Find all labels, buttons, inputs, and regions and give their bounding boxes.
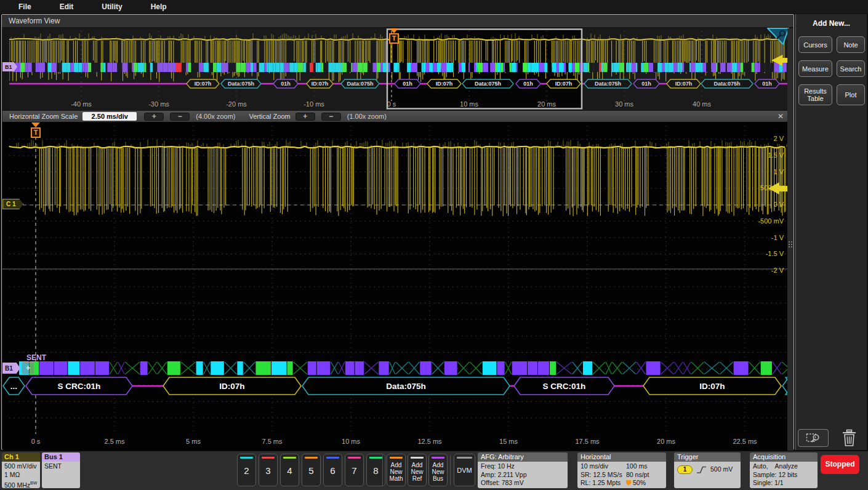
record-length: RL: 1.25 Mpts [581,479,626,488]
horizontal-scale: 10 ms/div [581,462,626,471]
ch1-bandwidth: 500 MHzBW [4,479,40,488]
trigger-badge[interactable]: Trigger 1 500 mV [674,452,741,488]
afg-freq: Freq: 10 Hz [481,462,568,471]
horizontal-badge[interactable]: Horizontal 10 ms/div 100 ms SR: 12.5 MS/… [577,452,666,488]
results-table-button[interactable]: Results Table [798,84,832,105]
bus-1-badge[interactable]: Bus 1 SENT [42,452,80,488]
acquisition-mode: Auto, Analyze [753,462,818,471]
svg-text:2.5 ms: 2.5 ms [104,438,125,445]
ch1-scale: 500 mV/div [4,462,40,471]
channel-color-stripe [348,457,361,459]
channel-color-stripe [326,457,339,459]
svg-text:...: ... [10,382,17,391]
svg-text:ID:07h: ID:07h [555,81,573,87]
menu-file[interactable]: File [18,2,31,11]
channel-6-button[interactable]: 6 [323,454,342,486]
panel-divider-strip [787,28,794,451]
bus-expand-button[interactable]: + [22,362,34,374]
add-new-bus-button[interactable]: Add New Bus [428,454,448,486]
svg-text:12.5 ms: 12.5 ms [417,438,442,445]
acquisition-count: Single: 1/1 [753,479,818,488]
horizontal-window: 100 ms [626,462,666,471]
vertical-zoom-minus-button[interactable]: − [321,113,341,121]
ch1-impedance: 1 MΩ [4,471,40,480]
dvm-stripe [457,457,472,459]
acquisition-badge[interactable]: Acquisition Auto, Analyze Sample: 12 bit… [750,452,818,488]
stripe [411,457,424,459]
channel-1-waveform-badge[interactable]: C 1 [2,199,23,209]
acquisition-sample: Sample: 12 bits [753,471,818,480]
horizontal-zoom-plus-button[interactable]: + [144,113,164,121]
horizontal-zoom-scale-input[interactable]: 2.50 ms/div [82,112,137,121]
zoom-close-icon[interactable]: ✕ [778,112,784,121]
right-panel-footer [798,429,867,447]
channel-color-stripe [262,457,275,459]
bus-decode-segment: S CRC:01h [514,377,614,395]
svg-text:15 ms: 15 ms [499,438,518,445]
cursors-button[interactable]: Cursors [798,36,832,53]
add-new-title: Add New... [796,19,867,28]
stripe [390,457,403,459]
bus-decode-segment: ID:07h [163,377,301,395]
add-new-ref-button[interactable]: Add New Ref [408,454,427,486]
svg-text:01h: 01h [403,81,412,87]
separator [382,455,383,486]
menu-help[interactable]: Help [151,2,167,11]
afg-badge[interactable]: AFG: Arbitrary Freq: 10 Hz Amp: 2.211 Vp… [478,452,568,488]
channel-2-button[interactable]: 2 [237,454,256,486]
channel-color-stripe [283,457,296,459]
trigger-level: 500 mV [710,465,733,474]
svg-text:1 V: 1 V [773,168,784,175]
svg-text:2 V: 2 V [773,135,784,142]
trigger-t-icon: T [31,127,41,138]
svg-text:ID:07h: ID:07h [699,382,725,391]
menu-utility[interactable]: Utility [102,2,122,11]
svg-text:ID:07h: ID:07h [436,81,453,87]
zoom-region-button[interactable] [798,429,829,447]
measure-button[interactable]: Measure [798,60,832,77]
plot-button[interactable]: Plot [837,84,865,105]
trash-icon[interactable] [841,429,858,447]
svg-text:7.5 ms: 7.5 ms [262,438,283,445]
trigger-position: 50% [626,479,666,488]
svg-text:0 s: 0 s [31,438,41,445]
svg-text:22.5 ms: 22.5 ms [733,438,757,445]
bus-sent-label: SENT [26,353,46,362]
svg-text:-500 mV: -500 mV [758,217,784,225]
svg-text:20 ms: 20 ms [537,100,556,108]
afg-amp: Amp: 2.211 Vpp [481,471,568,480]
menu-bar: FileEditUtilityHelp [0,0,868,14]
add-new-math-button[interactable]: Add New Math [387,454,406,486]
horizontal-zoom-minus-button[interactable]: − [170,113,190,121]
svg-text:10 ms: 10 ms [460,100,478,108]
channel-color-stripe [305,457,318,459]
panel-resize-handle[interactable] [789,241,793,254]
channel-5-button[interactable]: 5 [302,454,321,486]
sample-interval: 80 ns/pt [626,471,666,480]
sample-rate: SR: 12.5 MS/s [581,471,626,480]
bus1-mode: SENT [44,462,80,471]
search-button[interactable]: Search [837,60,865,77]
stripe [432,457,444,459]
svg-text:ID:07h: ID:07h [219,382,244,391]
overview-zoom-corner-icon[interactable] [767,28,789,45]
note-button[interactable]: Note [837,36,865,53]
trigger-triangle-icon [31,122,40,127]
channel-3-button[interactable]: 3 [259,454,278,486]
zoom-controls-bar: Horizontal Zoom Scale 2.50 ms/div + − (4… [2,111,794,122]
svg-text:10 ms: 10 ms [342,438,360,445]
channel-1-badge[interactable]: Ch 1 500 mV/div 1 MΩ 500 MHzBW [2,452,40,488]
overview-trigger-marker[interactable]: T [389,28,399,44]
dvm-button[interactable]: DVM [454,454,475,486]
vertical-zoom-factor: (1.00x zoom) [347,113,387,120]
menu-edit[interactable]: Edit [60,2,74,11]
svg-text:0 V: 0 V [773,201,784,208]
add-new-source-buttons: Add New MathAdd New RefAdd New Bus [387,454,448,486]
channel-4-button[interactable]: 4 [280,454,299,486]
vertical-zoom-plus-button[interactable]: + [295,113,315,121]
horizontal-zoom-factor: (4.00x zoom) [196,113,235,120]
zoomed-waveform-area: 2 V1.5 V1 V500 mV0 V-500 mV-1 V-1.5 V-2 … [2,122,794,451]
run-stop-button[interactable]: Stopped [821,455,859,474]
main-trigger-marker[interactable]: T [31,122,41,138]
channel-7-button[interactable]: 7 [345,454,364,486]
